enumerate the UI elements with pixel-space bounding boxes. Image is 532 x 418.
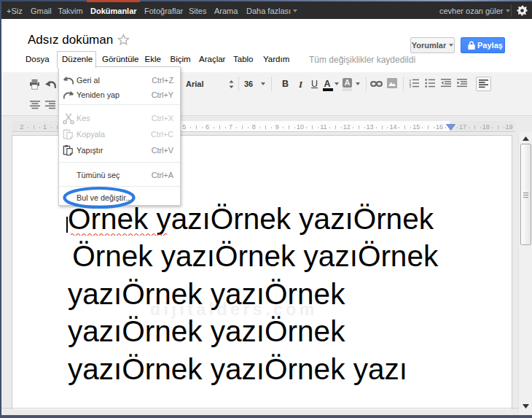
svg-text:3: 3 (410, 85, 412, 88)
